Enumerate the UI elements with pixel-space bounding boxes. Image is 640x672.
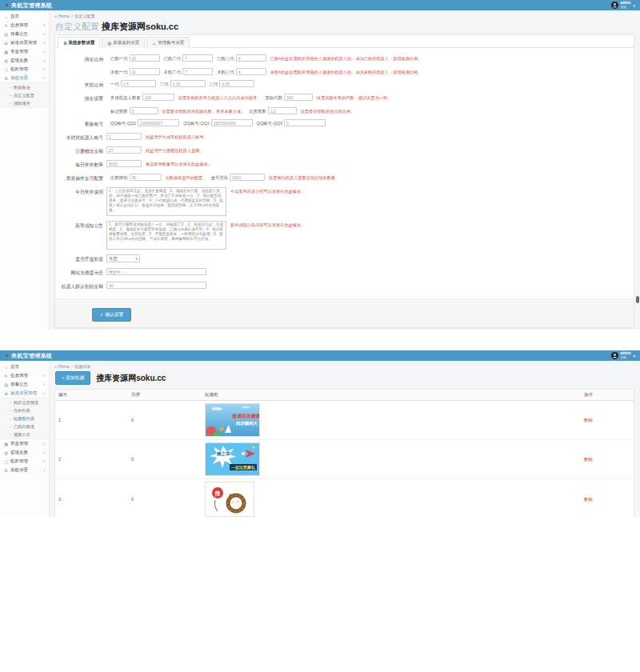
toolbar: + 添加轮播 搜库资源网soku.cc bbox=[55, 371, 634, 385]
sidebar-item-提现兑换[interactable]: ▥提现兑换∨ bbox=[0, 56, 49, 65]
input-field[interactable] bbox=[236, 68, 266, 75]
user-menu[interactable]: admin 在线 ▾ bbox=[611, 2, 640, 9]
input-field[interactable] bbox=[138, 119, 179, 126]
input-field[interactable] bbox=[211, 119, 253, 126]
banner-image-3[interactable]: 搜 bbox=[205, 482, 254, 517]
sidebar-subitem-自定义配置[interactable]: –自定义配置 bbox=[0, 91, 49, 99]
sidebar-item-首页[interactable]: ⌂首页 bbox=[0, 12, 49, 21]
check-icon: ✔ bbox=[100, 312, 103, 317]
brand[interactable]: 夹机宝管理系统 bbox=[0, 2, 52, 10]
input-field[interactable] bbox=[121, 80, 156, 87]
table-row: 2 0 赚之家 一起玩竞豪礼 bbox=[55, 440, 634, 479]
input-field[interactable] bbox=[284, 119, 326, 126]
add-carousel-button[interactable]: + 添加轮播 bbox=[55, 371, 90, 385]
page-title-light: 自定义配置 bbox=[55, 22, 99, 31]
chevron-down-icon: ∨ bbox=[43, 442, 46, 446]
sidebar-subitem-购买运营频道[interactable]: –购买运营频道 bbox=[0, 398, 49, 406]
chevron-down-icon: ∨ bbox=[43, 23, 46, 27]
input-field[interactable] bbox=[130, 54, 160, 62]
tab-系统参数设置[interactable]: ⚙系统参数设置 bbox=[58, 37, 100, 48]
input-field[interactable] bbox=[182, 54, 213, 62]
dash-icon: – bbox=[10, 408, 12, 413]
sidebar-item-icon: ▦ bbox=[3, 50, 9, 54]
sidebar-item-弹幕公告[interactable]: ▤弹幕公告∨ bbox=[0, 30, 49, 38]
delete-link[interactable]: 删除 bbox=[584, 457, 593, 462]
input-field[interactable] bbox=[230, 174, 265, 181]
chevron-down-icon: ▾ bbox=[136, 257, 138, 261]
input-field[interactable] bbox=[142, 94, 174, 101]
page-title: 自定义配置 搜库资源网soku.cc bbox=[55, 22, 634, 31]
sidebar-item-渠道设置管理[interactable]: ⇄渠道设置管理∨ bbox=[0, 38, 49, 47]
sidebar-item-系统设置[interactable]: ⚙系统设置∨ bbox=[0, 466, 49, 474]
input-field[interactable] bbox=[106, 160, 142, 167]
brand[interactable]: 夹机宝管理系统 bbox=[0, 352, 52, 360]
input-field[interactable] bbox=[106, 268, 206, 275]
sidebar-item-系统设置[interactable]: ⚙系统设置∨ bbox=[0, 74, 49, 82]
carousel-table: 编号 排序 轮播图 操作 1 0 bbox=[54, 389, 634, 517]
input-field[interactable] bbox=[268, 107, 297, 114]
input-field[interactable] bbox=[236, 54, 266, 62]
sidebar-subitem-清除缓存[interactable]: –清除缓存 bbox=[0, 99, 49, 107]
sidebar-item-渠道设置管理[interactable]: ⇄渠道设置管理∨ bbox=[0, 389, 49, 398]
cell-banner: 赚之家 一起玩竞豪礼 bbox=[202, 440, 581, 479]
sidebar-subitem-轮播图列表[interactable]: –轮播图列表 bbox=[0, 414, 49, 422]
form-row: 今日奖券说明今日奖券内容介绍可以直接在此处修改。 bbox=[57, 187, 629, 216]
textarea-field[interactable] bbox=[106, 221, 226, 250]
input-field[interactable] bbox=[106, 146, 142, 154]
field-label: QQ账号-QQ3 bbox=[257, 121, 282, 126]
user-menu[interactable]: admin 在线 ▾ bbox=[611, 352, 640, 359]
tab-多级返利设置[interactable]: ▦多级返利设置 bbox=[102, 37, 145, 48]
tab-icon: ▲ bbox=[152, 41, 156, 46]
input-field[interactable] bbox=[130, 68, 160, 75]
user-meta: admin 在线 bbox=[620, 352, 630, 359]
input-field[interactable] bbox=[182, 68, 213, 75]
dash-icon: – bbox=[10, 93, 12, 98]
input-field[interactable] bbox=[106, 133, 142, 140]
input-field[interactable] bbox=[219, 80, 254, 87]
input-field[interactable] bbox=[170, 80, 206, 87]
textarea-field[interactable] bbox=[106, 187, 226, 216]
form-row: 客服账号QQ账号-QQ1QQ账号-QQ2QQ账号-QQ3 bbox=[57, 119, 629, 128]
sidebar-item-资金管理[interactable]: ▦资金管理∨ bbox=[0, 47, 49, 56]
sidebar-subitem-视频大全[interactable]: –视频大全 bbox=[0, 430, 49, 438]
sidebar-item-提现兑换[interactable]: ▥提现兑换∨ bbox=[0, 448, 49, 457]
banner-image-1[interactable]: 邀请好友赚豪礼 同步赚利大 bbox=[205, 403, 260, 437]
sidebar-item-首页[interactable]: ⌂首页 bbox=[0, 362, 49, 371]
cell-actions: 删除 bbox=[581, 479, 634, 518]
breadcrumb-home[interactable]: Home bbox=[58, 364, 69, 369]
sidebar-item-会员管理[interactable]: ✎会员管理∨ bbox=[0, 371, 49, 380]
field-label: 二代 bbox=[160, 82, 169, 87]
sidebar-item-机柜管理[interactable]: ▢机柜管理∨ bbox=[0, 65, 49, 74]
table-row: 3 0 搜 bbox=[55, 479, 634, 518]
banner-image-2[interactable]: 赚之家 一起玩竞豪礼 bbox=[205, 442, 260, 476]
sidebar-item-资金管理[interactable]: ▦资金管理∨ bbox=[0, 439, 49, 448]
breadcrumb-home[interactable]: Home bbox=[58, 14, 69, 18]
sidebar-subitem-label: 轮播图列表 bbox=[14, 416, 34, 422]
field-hint: 设置要全部购买的实际实数，查单未量止减， bbox=[162, 109, 246, 114]
chevron-down-icon: ▾ bbox=[633, 354, 635, 358]
delete-link[interactable]: 删除 bbox=[584, 497, 593, 502]
input-field[interactable] bbox=[106, 282, 206, 289]
sidebar-item-会员管理[interactable]: ✎会员管理∨ bbox=[0, 21, 49, 30]
select-field[interactable]: 开启▾ bbox=[106, 254, 140, 262]
tab-管理账号设置[interactable]: ▲管理账号设置 bbox=[146, 37, 190, 48]
sidebar-subitem-数据备份[interactable]: –数据备份 bbox=[0, 83, 49, 91]
sidebar-item-弹幕公告[interactable]: ▤弹幕公告∨ bbox=[0, 380, 49, 389]
sidebar-item-icon: ▤ bbox=[3, 32, 9, 37]
chevron-down-icon: ▾ bbox=[633, 3, 635, 8]
input-field[interactable] bbox=[130, 107, 158, 114]
sidebar-subitem-已购内频道[interactable]: –已购内频道 bbox=[0, 422, 49, 430]
sidebar-item-icon: ⚙ bbox=[3, 76, 9, 81]
input-field[interactable] bbox=[130, 174, 162, 181]
delete-link[interactable]: 删除 bbox=[584, 418, 593, 422]
confirm-settings-button[interactable]: ✔ 确认设置 bbox=[92, 308, 131, 322]
form-row-label: 是否开放彩蛋 bbox=[57, 254, 106, 263]
breadcrumb: ⌂ Home > 轮播列表 bbox=[54, 363, 634, 370]
input-field[interactable] bbox=[284, 94, 313, 101]
row-hint: 已购=此处设置购买资格的人邀请的机器人的，成为已购买机器人，获得返佣比例。 bbox=[270, 56, 422, 62]
sidebar-subitem-合并列表[interactable]: –合并列表 bbox=[0, 406, 49, 414]
scrollbar-thumb[interactable] bbox=[636, 296, 639, 303]
sidebar-item-机柜管理[interactable]: ▢机柜管理∨ bbox=[0, 457, 49, 466]
sidebar-submenu: –数据备份–自定义配置–清除缓存 bbox=[0, 82, 49, 108]
sidebar-item-label: 系统设置 bbox=[10, 75, 28, 81]
